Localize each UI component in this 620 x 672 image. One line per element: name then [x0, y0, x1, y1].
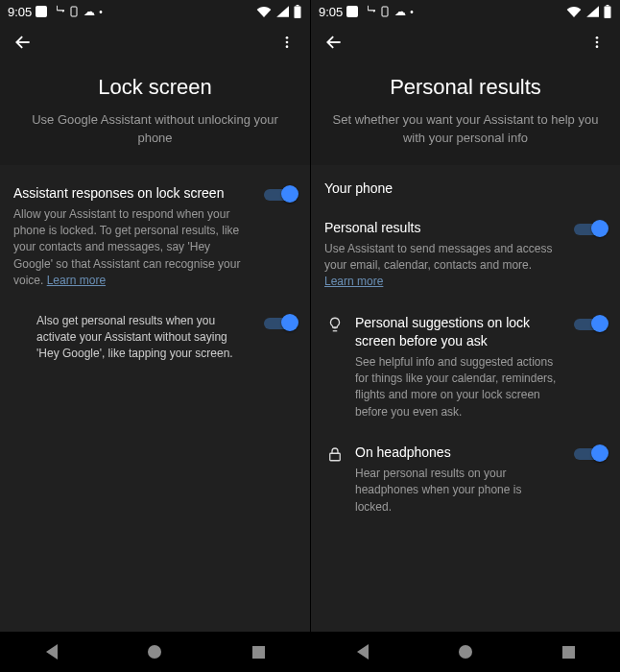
cloud-icon: ☁: [83, 5, 95, 18]
nav-back-button[interactable]: [346, 635, 380, 669]
setting-description: Also get personal results when you activ…: [36, 313, 249, 363]
setting-title: Personal results: [324, 219, 559, 237]
setting-title: On headphones: [355, 444, 559, 462]
phone-icon: [68, 6, 80, 17]
svg-rect-7: [605, 6, 611, 18]
svg-point-4: [286, 41, 289, 44]
svg-point-3: [286, 36, 289, 39]
page-subtitle: Set whether you want your Assistant to h…: [330, 111, 601, 148]
missed-call-icon: [51, 5, 64, 18]
setting-description: Allow your Assistant to respond when you…: [13, 206, 249, 290]
setting-title: Personal suggestions on lock screen befo…: [355, 314, 559, 350]
status-bar: 9:05 ☁ •: [311, 0, 620, 23]
svg-rect-2: [297, 5, 299, 6]
back-button[interactable]: [10, 29, 36, 56]
nav-back-button[interactable]: [35, 635, 69, 669]
missed-call-icon: [362, 5, 375, 18]
more-options-button[interactable]: [584, 29, 610, 56]
settings-list: Your phone Personal results Use Assistan…: [311, 165, 620, 632]
section-header-your-phone: Your phone: [324, 180, 607, 196]
svg-point-11: [596, 45, 599, 48]
setting-assistant-responses[interactable]: Assistant responses on lock screen Allow…: [13, 179, 297, 307]
toggle-assistant-responses[interactable]: [264, 184, 297, 204]
svg-point-10: [596, 41, 599, 44]
toggle-on-headphones[interactable]: [574, 444, 607, 463]
svg-rect-0: [71, 7, 77, 16]
nav-home-button[interactable]: [137, 635, 172, 669]
app-bar: [311, 23, 620, 61]
lightbulb-icon: [324, 314, 346, 333]
svg-rect-1: [295, 6, 301, 18]
svg-rect-12: [330, 453, 341, 461]
page-title: Personal results: [330, 75, 601, 100]
setting-description: Use Assistant to send messages and acces…: [324, 241, 559, 291]
svg-rect-6: [382, 7, 388, 16]
setting-personal-results[interactable]: Personal results Use Assistant to send m…: [324, 213, 607, 308]
battery-icon: [293, 5, 302, 18]
notification-icon: [36, 6, 47, 17]
learn-more-link[interactable]: Learn more: [324, 275, 383, 288]
page-header: Lock screen Use Google Assistant without…: [0, 61, 310, 165]
setting-personal-suggestions[interactable]: Personal suggestions on lock screen befo…: [324, 308, 607, 438]
setting-on-headphones[interactable]: On headphones Hear personal results on y…: [324, 438, 607, 533]
more-notifications-icon: •: [99, 7, 103, 17]
wifi-icon: [566, 6, 582, 17]
signal-icon: [275, 6, 289, 17]
back-button[interactable]: [321, 29, 347, 56]
setting-description: Hear personal results on your headphones…: [355, 466, 559, 516]
battery-icon: [603, 5, 612, 18]
setting-title: Assistant responses on lock screen: [13, 184, 249, 203]
cloud-icon: ☁: [394, 5, 406, 18]
svg-point-5: [286, 45, 289, 48]
svg-rect-8: [607, 5, 609, 6]
page-header: Personal results Set whether you want yo…: [311, 61, 620, 165]
svg-point-9: [596, 36, 599, 39]
nav-recent-button[interactable]: [551, 635, 585, 669]
toggle-personal-results[interactable]: [574, 219, 607, 238]
app-bar: [0, 23, 310, 61]
learn-more-link[interactable]: Learn more: [47, 274, 106, 287]
lock-icon: [324, 444, 346, 463]
toggle-personal-suggestions[interactable]: [574, 314, 607, 333]
wifi-icon: [256, 6, 272, 17]
phone-left: 9:05 ☁ • Lock screen Use Google Assistan…: [0, 0, 310, 672]
status-time: 9:05: [319, 5, 343, 19]
phone-icon: [379, 6, 391, 17]
status-time: 9:05: [8, 5, 32, 19]
setting-personal-results-without-voice[interactable]: Also get personal results when you activ…: [13, 307, 297, 380]
setting-description: See helpful info and suggested actions f…: [355, 354, 559, 421]
more-options-button[interactable]: [274, 29, 300, 56]
navigation-bar: [311, 632, 620, 672]
page-title: Lock screen: [19, 75, 291, 100]
settings-list: Assistant responses on lock screen Allow…: [0, 165, 310, 632]
nav-home-button[interactable]: [448, 635, 483, 669]
page-subtitle: Use Google Assistant without unlocking y…: [19, 111, 291, 148]
signal-icon: [585, 6, 599, 17]
phone-right: 9:05 ☁ • Personal results Set whether yo…: [310, 0, 620, 672]
more-notifications-icon: •: [410, 7, 414, 17]
toggle-personal-results-without-voice[interactable]: [264, 313, 297, 332]
nav-recent-button[interactable]: [241, 635, 275, 669]
navigation-bar: [0, 632, 310, 672]
notification-icon: [346, 6, 358, 17]
status-bar: 9:05 ☁ •: [0, 0, 310, 23]
